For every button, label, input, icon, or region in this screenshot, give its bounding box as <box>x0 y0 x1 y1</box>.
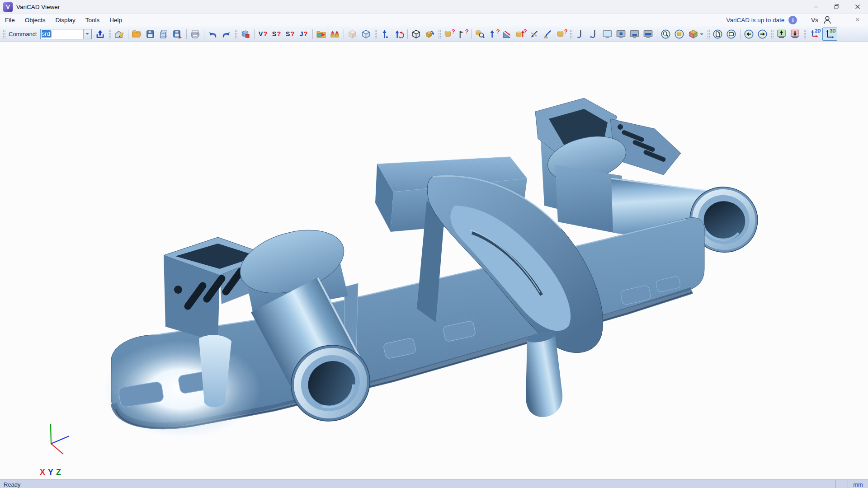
switch-2d-button[interactable]: 2D <box>807 28 822 41</box>
identify-point-button[interactable]: ? <box>456 28 469 41</box>
pan-left-button[interactable] <box>742 28 756 41</box>
switch-3d-button-label: 3D <box>830 28 836 33</box>
toolbar-drag-handle[interactable] <box>771 29 774 39</box>
title-bar: V VariCAD Viewer <box>0 0 868 14</box>
menu-item-file[interactable]: File <box>0 15 20 25</box>
toolbar: Command: srd V?S?S?J??????2D3D <box>0 26 868 42</box>
view-raise-button[interactable] <box>775 28 788 41</box>
menu-item-objects[interactable]: Objects <box>20 15 51 25</box>
info-icon[interactable]: i <box>788 16 797 24</box>
rotate-view-button[interactable] <box>392 28 406 41</box>
dropdown-arrow-icon[interactable] <box>700 33 703 37</box>
measure-vertical-snap-button[interactable] <box>587 28 601 41</box>
display-section-button[interactable] <box>628 28 642 41</box>
solid-display-button[interactable] <box>410 28 423 41</box>
restore-button[interactable] <box>826 0 847 14</box>
axis-label-z: Z <box>56 468 61 477</box>
copy-file-button[interactable] <box>157 28 171 41</box>
wireframe-display-button[interactable] <box>359 28 373 41</box>
menu-item-tools[interactable]: Tools <box>80 15 105 25</box>
zoom-dynamic-button[interactable] <box>659 28 673 41</box>
solid-info-button[interactable]: ? <box>555 28 568 41</box>
command-dropdown-button[interactable] <box>83 29 91 39</box>
toolbar-drag-handle[interactable] <box>235 29 237 39</box>
status-bar: Ready mm <box>0 479 868 488</box>
minimize-button[interactable] <box>806 0 826 14</box>
toolbar-drag-handle[interactable] <box>707 29 710 39</box>
close-button[interactable] <box>847 0 868 14</box>
toolbar-separator <box>740 29 741 39</box>
box-display-button[interactable] <box>346 28 359 41</box>
question-mark-icon: ? <box>452 28 455 34</box>
open-iges-q-button[interactable]: J? <box>297 28 311 41</box>
save-as-button[interactable] <box>171 28 184 41</box>
open-varicad-q-button[interactable]: V? <box>256 28 270 41</box>
measure-angle-button[interactable] <box>528 28 541 41</box>
redo-button[interactable] <box>220 28 233 41</box>
app-logo-icon: V <box>3 2 13 12</box>
search-solid-button[interactable] <box>473 28 487 41</box>
measure-distance-button[interactable] <box>500 28 514 41</box>
account-label: Vs <box>811 17 818 23</box>
copy-image-button[interactable] <box>239 28 252 41</box>
plot-export-button[interactable] <box>94 28 107 41</box>
pan-right-button[interactable] <box>756 28 769 41</box>
display-full-button[interactable] <box>642 28 655 41</box>
measure-edge-button[interactable] <box>541 28 555 41</box>
measure-solid-button[interactable]: ? <box>514 28 528 41</box>
open-stl-q-button-label: S <box>286 30 290 38</box>
question-mark-icon: ? <box>564 28 568 34</box>
open-step-q-button[interactable]: S? <box>270 28 283 41</box>
panel-close-icon[interactable]: × <box>852 15 863 24</box>
switch-2d-button-label: 2D <box>815 28 821 33</box>
display-solid-window-button[interactable] <box>614 28 628 41</box>
user-icon[interactable] <box>822 15 832 25</box>
model-canvas[interactable]: X Y Z <box>0 42 868 479</box>
print-button[interactable] <box>189 28 202 41</box>
command-input[interactable]: srd <box>40 29 92 39</box>
display-window-button[interactable] <box>601 28 614 41</box>
command-label: Command: <box>9 31 38 38</box>
menu-bar: FileObjectsDisplayToolsHelp VariCAD is u… <box>0 14 868 26</box>
viewport[interactable]: X Y Z <box>0 42 868 479</box>
move-view-button[interactable] <box>378 28 392 41</box>
axis-label-y: Y <box>48 468 53 477</box>
toolbar-separator <box>407 29 408 39</box>
zoom-solids-button[interactable] <box>673 28 686 41</box>
batch-convert-button[interactable] <box>328 28 342 41</box>
identify-solid-button[interactable]: ? <box>442 28 456 41</box>
zoom-window-button[interactable] <box>725 28 738 41</box>
import-file-button[interactable] <box>315 28 328 41</box>
toolbar-separator <box>186 29 187 39</box>
axis-label-x: X <box>40 468 45 477</box>
toolbar-drag-handle[interactable] <box>3 29 5 39</box>
view-orientation-button[interactable] <box>686 28 706 41</box>
zoom-page-button[interactable] <box>711 28 725 41</box>
undo-button[interactable] <box>206 28 220 41</box>
toolbar-drag-handle[interactable] <box>570 29 572 39</box>
measure-vertical-button[interactable] <box>574 28 587 41</box>
status-cells: mm <box>835 480 868 488</box>
toolbar-separator <box>471 29 472 39</box>
view-lower-button[interactable] <box>788 28 802 41</box>
menu-right: VariCAD is up to date i Vs × <box>726 15 868 25</box>
open-file-button[interactable] <box>130 28 144 41</box>
rotate-solid-button[interactable] <box>423 28 437 41</box>
open-stl-q-button[interactable]: S? <box>283 28 297 41</box>
menu-item-display[interactable]: Display <box>51 15 80 25</box>
toolbar-separator <box>657 29 657 39</box>
save-file-button[interactable] <box>144 28 157 41</box>
question-mark-icon: ? <box>263 30 267 38</box>
toolbar-separator <box>128 29 128 39</box>
toolbar-drag-handle[interactable] <box>108 29 111 39</box>
menu-item-help[interactable]: Help <box>104 15 127 25</box>
toolbar-drag-handle[interactable] <box>374 29 377 39</box>
toolbar-drag-handle[interactable] <box>438 29 441 39</box>
status-text: Ready <box>0 481 21 488</box>
switch-3d-button[interactable]: 3D <box>822 28 837 41</box>
open-model-button[interactable] <box>113 28 126 41</box>
part-model[interactable] <box>103 98 764 438</box>
toolbar-drag-handle[interactable] <box>803 29 806 39</box>
status-cell <box>835 480 848 488</box>
identify-axis-button[interactable]: ? <box>487 28 500 41</box>
